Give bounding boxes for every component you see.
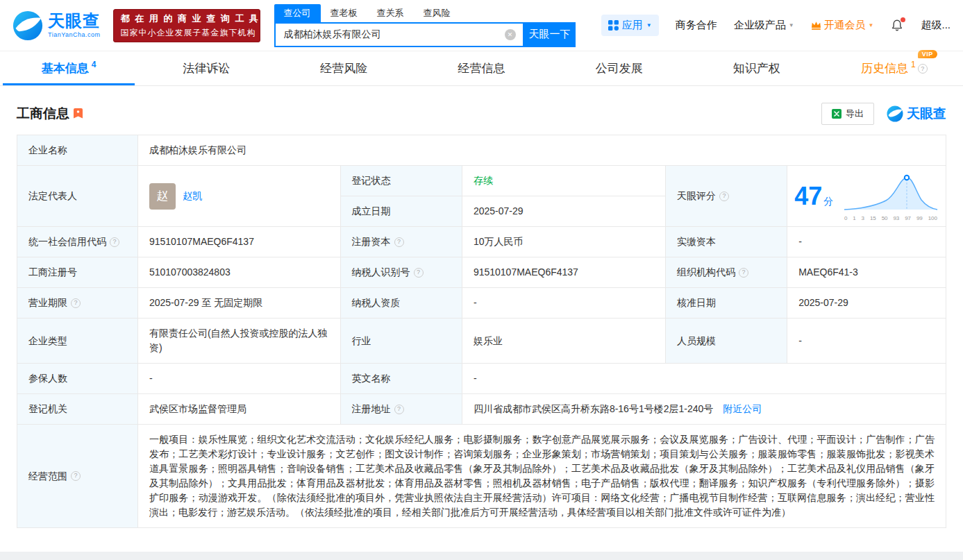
help-icon[interactable] bbox=[739, 268, 748, 278]
industry-label: 行业 bbox=[340, 319, 462, 364]
registered-address-value: 四川省成都市武侯区高升桥东路8-16号1号楼2层1-240号 附近公司 bbox=[462, 394, 946, 425]
registration-authority-value: 武侯区市场监督管理局 bbox=[137, 394, 340, 425]
tab-company-development[interactable]: 公司发展 bbox=[551, 51, 688, 85]
nav-business-cooperation[interactable]: 商务合作 bbox=[676, 19, 717, 32]
tab-intellectual-property[interactable]: 知识产权 bbox=[688, 51, 826, 85]
nav-super-vip[interactable]: 超级... bbox=[921, 19, 951, 32]
staff-size-label: 人员规模 bbox=[665, 319, 787, 364]
help-icon[interactable] bbox=[719, 192, 729, 201]
apps-menu[interactable]: 应用 ▼ bbox=[601, 15, 659, 36]
crown-icon bbox=[811, 21, 821, 30]
score-axis-tick: 93 bbox=[893, 215, 899, 222]
industry-value: 娱乐业 bbox=[462, 319, 665, 364]
table-row: 统一社会信用代码 91510107MAEQ6F4137 注册资本 10万人民币 … bbox=[17, 227, 946, 257]
chevron-down-icon: ▼ bbox=[646, 22, 652, 28]
help-icon[interactable] bbox=[71, 471, 81, 481]
business-term-value: 2025-07-29 至 无固定期限 bbox=[137, 288, 340, 319]
company-name-value: 成都柏沐娱乐有限公司 bbox=[137, 135, 946, 166]
tab-ip-label: 知识产权 bbox=[733, 60, 780, 76]
search-button[interactable]: 天眼一下 bbox=[524, 22, 576, 47]
company-type-label: 企业类型 bbox=[17, 319, 138, 364]
tab-legal-label: 法律诉讼 bbox=[183, 60, 230, 76]
tab-history-label: 历史信息 bbox=[861, 60, 908, 76]
help-icon[interactable] bbox=[394, 237, 404, 247]
establish-date-label: 成立日期 bbox=[340, 196, 462, 227]
establish-date-label-text: 成立日期 bbox=[352, 204, 391, 219]
notifications-bell[interactable] bbox=[890, 19, 904, 32]
tianyancha-logo[interactable]: 天眼查 TianYanCha.com bbox=[12, 10, 101, 41]
nav-enterprise-products[interactable]: 企业级产品 ▼ bbox=[734, 19, 794, 32]
search-tab-relation[interactable]: 查关系 bbox=[367, 4, 414, 22]
nearby-companies-link[interactable]: 附近公司 bbox=[723, 402, 762, 416]
apps-label: 应用 bbox=[622, 19, 643, 32]
legal-rep-link[interactable]: 赵凯 bbox=[183, 189, 202, 203]
notification-dot bbox=[901, 17, 905, 22]
search-input[interactable] bbox=[276, 29, 505, 40]
legal-rep-avatar[interactable]: 赵 bbox=[149, 183, 176, 210]
tab-legal-proceedings[interactable]: 法律诉讼 bbox=[137, 51, 275, 85]
company-type-label-text: 企业类型 bbox=[28, 334, 67, 348]
tab-operating-info[interactable]: 经营信息 bbox=[412, 51, 550, 85]
reg-number-value: 510107003824803 bbox=[137, 257, 340, 288]
section-head: 工商信息 导出 bbox=[0, 86, 963, 135]
approve-date-label-text: 核准日期 bbox=[677, 296, 716, 310]
nav-open-membership[interactable]: 开通会员 ▼ bbox=[811, 19, 874, 32]
announcement-icon bbox=[74, 108, 83, 119]
business-info-table: 企业名称 成都柏沐娱乐有限公司 法定代表人 赵 赵凯 bbox=[17, 135, 946, 528]
company-type-value: 有限责任公司(自然人投资或控股的法人独资) bbox=[137, 319, 340, 364]
score-value: 47分 0131550939799100 bbox=[787, 166, 946, 227]
tab-history-info[interactable]: 历史信息 1 VIP bbox=[826, 51, 963, 85]
credit-code-value: 91510107MAEQ6F4137 bbox=[137, 227, 340, 257]
search-tab-company[interactable]: 查公司 bbox=[274, 4, 321, 22]
reg-status-text: 存续 bbox=[474, 175, 493, 186]
tab-basic-label: 基本信息 bbox=[42, 60, 89, 76]
help-icon[interactable] bbox=[414, 268, 424, 278]
org-code-value: MAEQ6F41-3 bbox=[787, 257, 946, 288]
tianyancha-logo-icon bbox=[12, 10, 43, 41]
logo-text: 天眼查 TianYanCha.com bbox=[48, 12, 101, 38]
tab-basic-inner: 基本信息 4 bbox=[42, 60, 97, 76]
promo-banner: 都 在 用 的 商 业 查 询 工 具 国家中小企业发展子基金旗下机构 bbox=[113, 9, 260, 42]
tab-operating-risk[interactable]: 经营风险 bbox=[275, 51, 412, 85]
export-excel-icon bbox=[832, 109, 841, 119]
staff-size-label-text: 人员规模 bbox=[677, 334, 716, 348]
taxpayer-id-value: 91510107MAEQ6F4137 bbox=[462, 257, 665, 288]
help-icon[interactable] bbox=[394, 405, 404, 414]
banner-line1: 都 在 用 的 商 业 查 询 工 具 bbox=[121, 12, 253, 25]
score-axis-tick: 15 bbox=[870, 215, 876, 222]
score-axis-tick: 100 bbox=[928, 215, 937, 222]
clear-search-icon[interactable] bbox=[505, 29, 516, 40]
establish-date-value: 2025-07-29 bbox=[462, 196, 665, 227]
tab-operating-label: 经营信息 bbox=[458, 60, 505, 76]
section-title-label: 工商信息 bbox=[17, 105, 69, 123]
reg-number-label-text: 工商注册号 bbox=[28, 265, 77, 280]
tab-basic-info[interactable]: 基本信息 4 bbox=[0, 51, 137, 85]
tianyancha-mini-icon bbox=[887, 105, 903, 122]
membership-label: 开通会员 bbox=[824, 19, 866, 32]
registration-authority-label-text: 登记机关 bbox=[28, 402, 67, 416]
company-name-label: 企业名称 bbox=[17, 135, 138, 166]
help-icon[interactable] bbox=[918, 64, 928, 74]
nav-enterprise-label: 企业级产品 bbox=[734, 19, 786, 32]
chevron-down-icon: ▼ bbox=[869, 22, 874, 28]
approve-date-label: 核准日期 bbox=[665, 288, 787, 319]
score-num: 47 bbox=[794, 182, 822, 210]
registration-authority-label: 登记机关 bbox=[17, 394, 138, 425]
taxpayer-id-label: 纳税人识别号 bbox=[340, 257, 462, 288]
score-unit: 分 bbox=[823, 196, 833, 207]
help-icon[interactable] bbox=[71, 298, 81, 308]
score-axis-tick: 50 bbox=[882, 215, 888, 222]
legal-rep-value: 赵 赵凯 bbox=[137, 166, 340, 227]
table-row: 工商注册号 510107003824803 纳税人识别号 91510107MAE… bbox=[17, 257, 946, 288]
table-row: 法定代表人 赵 赵凯 登记状态 存续 bbox=[17, 166, 946, 196]
search-tab-risk[interactable]: 查风险 bbox=[414, 4, 460, 22]
reg-status-value: 存续 bbox=[462, 166, 665, 196]
score-axis-tick: 99 bbox=[916, 215, 923, 222]
insured-count-label-text: 参保人数 bbox=[28, 371, 67, 386]
app-grid-icon bbox=[608, 20, 619, 31]
export-button[interactable]: 导出 bbox=[821, 103, 874, 125]
help-icon[interactable] bbox=[110, 237, 119, 247]
search-tab-boss[interactable]: 查老板 bbox=[321, 4, 367, 22]
reg-status-label: 登记状态 bbox=[340, 166, 462, 196]
page-bottom-strip bbox=[0, 552, 963, 560]
